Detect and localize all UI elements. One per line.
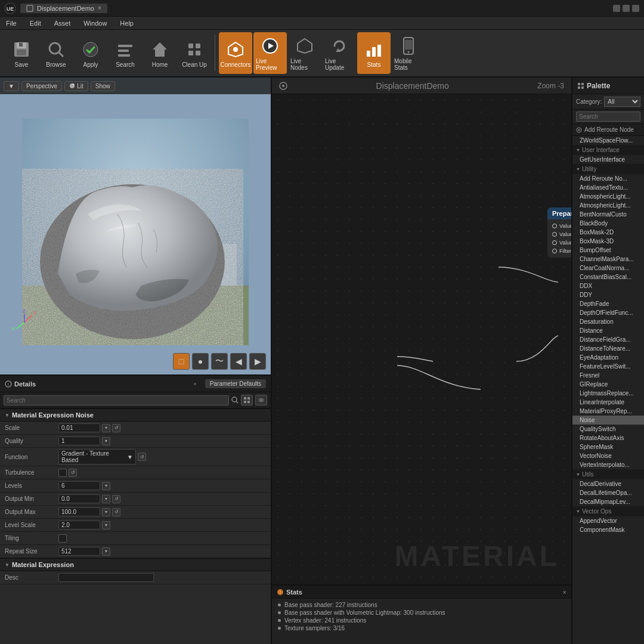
palette-item-desaturation[interactable]: Desaturation bbox=[572, 317, 644, 326]
palette-item-add-reroute[interactable]: Add Reroute No... bbox=[572, 174, 644, 183]
desc-input[interactable] bbox=[58, 573, 154, 582]
palette-item-distance[interactable]: Distance bbox=[572, 326, 644, 335]
palette-item-featurelevel[interactable]: FeatureLevelSwit... bbox=[572, 362, 644, 371]
quality-spin-button[interactable]: ▾ bbox=[102, 437, 110, 445]
tiling-checkbox[interactable] bbox=[58, 534, 67, 543]
palette-item-atm1[interactable]: AtmosphericLight... bbox=[572, 192, 644, 201]
turbulence-reset-button[interactable]: ↺ bbox=[69, 469, 77, 477]
scale-reset-button[interactable]: ↺ bbox=[112, 424, 120, 432]
material-expression-noise-section[interactable]: Material Expression Noise bbox=[0, 408, 271, 422]
function-reset-button[interactable]: ↺ bbox=[138, 453, 146, 461]
palette-item-distancefieldgra[interactable]: DistanceFieldGra... bbox=[572, 335, 644, 344]
palette-search-input[interactable] bbox=[576, 112, 640, 122]
palette-item-lightmass[interactable]: LightmassReplace... bbox=[572, 389, 644, 398]
toolbar-cleanup-button[interactable]: Clean Up bbox=[178, 32, 211, 74]
palette-item-depthoffield[interactable]: DepthOfFieldFunc... bbox=[572, 308, 644, 317]
details-grid-view-button[interactable] bbox=[241, 395, 253, 405]
palette-item-vertexinterp[interactable]: VertexInterpolato... bbox=[572, 460, 644, 469]
palette-category-select[interactable]: All bbox=[604, 97, 640, 107]
palette-item-atm2[interactable]: AtmosphericLight... bbox=[572, 201, 644, 210]
details-close-btn[interactable]: × bbox=[194, 381, 197, 387]
output-min-input[interactable] bbox=[58, 494, 100, 503]
palette-item-clearcoat[interactable]: ClearCoatNorma... bbox=[572, 264, 644, 273]
palette-item-decallifetime[interactable]: DecalLifetimeOpa... bbox=[572, 488, 644, 497]
toolbar-livenodes-button[interactable]: Live Nodes bbox=[288, 32, 321, 74]
level-scale-spin-button[interactable]: ▾ bbox=[102, 521, 110, 530]
menu-file[interactable]: File bbox=[4, 18, 19, 28]
palette-item-spheremask[interactable]: SphereMask bbox=[572, 442, 644, 451]
palette-item-rotateaboutaxis[interactable]: RotateAboutAxis bbox=[572, 434, 644, 442]
toolbar-apply-button[interactable]: Apply bbox=[74, 32, 107, 74]
toolbar-browse-button[interactable]: Browse bbox=[39, 32, 73, 74]
toolbar-connectors-button[interactable]: Connectors bbox=[219, 32, 252, 74]
menu-help[interactable]: Help bbox=[117, 18, 136, 28]
vp-btn-2[interactable]: ● bbox=[192, 353, 209, 370]
palette-item-fresnel[interactable]: Fresnel bbox=[572, 371, 644, 380]
levels-input[interactable] bbox=[58, 481, 100, 490]
maximize-button[interactable] bbox=[623, 5, 630, 12]
palette-item-eyeadaptation[interactable]: EyeAdaptation bbox=[572, 353, 644, 362]
tab-close-button[interactable]: × bbox=[98, 5, 101, 11]
level-scale-input[interactable] bbox=[58, 521, 100, 530]
details-search-input[interactable] bbox=[4, 395, 229, 405]
toolbar-save-button[interactable]: Save bbox=[5, 32, 38, 74]
palette-item-blackbody[interactable]: BlackBody bbox=[572, 219, 644, 228]
param-defaults-tab[interactable]: Parameter Defaults bbox=[205, 379, 266, 388]
title-tab[interactable]: DisplacementDemo × bbox=[20, 4, 107, 13]
palette-section-user-interface[interactable]: User Interface bbox=[572, 145, 644, 155]
palette-item-bumpoffset[interactable]: BumpOffset bbox=[572, 246, 644, 255]
palette-item-qualityswitch[interactable]: QualitySwitch bbox=[572, 425, 644, 434]
viewport[interactable]: ▼ Perspective Lit Show bbox=[0, 78, 271, 376]
palette-item-antialiased[interactable]: AntialiasedTextu... bbox=[572, 183, 644, 192]
turbulence-checkbox[interactable] bbox=[58, 469, 67, 477]
function-dropdown[interactable]: Gradient - Texture Based ▼ bbox=[58, 449, 136, 465]
details-eye-button[interactable] bbox=[255, 395, 267, 405]
palette-item-ddx[interactable]: DDX bbox=[572, 281, 644, 290]
quality-input[interactable] bbox=[58, 436, 100, 445]
stats-close-button[interactable]: × bbox=[563, 589, 566, 596]
node-canvas[interactable]: Color ▼ Param (0.5,0.5,0.5,0.5) bbox=[272, 94, 571, 584]
palette-item-materialproxy[interactable]: MaterialProxyRep... bbox=[572, 407, 644, 416]
palette-section-utility[interactable]: Utility bbox=[572, 164, 644, 174]
vp-btn-1[interactable]: □ bbox=[173, 353, 190, 370]
viewport-perspective-button[interactable]: Perspective bbox=[21, 81, 62, 91]
scale-input[interactable] bbox=[58, 423, 100, 432]
toolbar-search-button[interactable]: Search bbox=[109, 32, 142, 74]
viewport-mode-button[interactable]: ▼ bbox=[4, 81, 19, 91]
palette-item-depthfade[interactable]: DepthFade bbox=[572, 299, 644, 308]
vp-btn-4[interactable]: ◀ bbox=[230, 353, 247, 370]
viewport-show-button[interactable]: Show bbox=[91, 81, 115, 91]
output-min-reset-button[interactable]: ↺ bbox=[112, 495, 120, 503]
toolbar-livepreview-button[interactable]: Live Preview bbox=[253, 32, 287, 74]
palette-item-boxmask2d[interactable]: BoxMask-2D bbox=[572, 228, 644, 237]
palette-item-appendvector[interactable]: AppendVector bbox=[572, 516, 644, 525]
menu-window[interactable]: Window bbox=[81, 18, 109, 28]
vp-btn-5[interactable]: ▶ bbox=[249, 353, 266, 370]
palette-item-boxmask3d[interactable]: BoxMask-3D bbox=[572, 237, 644, 246]
material-expression-section[interactable]: Material Expression bbox=[0, 558, 271, 571]
palette-item-noise[interactable]: Noise bbox=[572, 416, 644, 425]
output-max-reset-button[interactable]: ↺ bbox=[112, 508, 120, 516]
palette-item-getuserinterface[interactable]: GetUserInterface bbox=[572, 155, 644, 164]
palette-item-ddy[interactable]: DDY bbox=[572, 290, 644, 299]
palette-item-bentnormal[interactable]: BentNormalCusto bbox=[572, 210, 644, 219]
viewport-lit-button[interactable]: Lit bbox=[64, 81, 88, 91]
palette-item-decalmipmap[interactable]: DecalMipmapLev... bbox=[572, 497, 644, 506]
toolbar-home-button[interactable]: Home bbox=[143, 32, 177, 74]
palette-item-channelmask[interactable]: ChannelMaskPara... bbox=[572, 255, 644, 264]
output-min-spin-button[interactable]: ▾ bbox=[102, 495, 110, 503]
palette-item-decalderivative[interactable]: DecalDerivative bbox=[572, 479, 644, 488]
menu-asset[interactable]: Asset bbox=[52, 18, 73, 28]
palette-item-vectornoise[interactable]: VectorNoise bbox=[572, 451, 644, 460]
toolbar-stats-button[interactable]: Stats bbox=[357, 32, 391, 74]
levels-spin-button[interactable]: ▾ bbox=[102, 482, 110, 490]
output-max-spin-button[interactable]: ▾ bbox=[102, 508, 110, 516]
vp-btn-3[interactable]: 〜 bbox=[211, 353, 228, 370]
palette-item-zworldspaceflow[interactable]: ZWorldSpaceFlow... bbox=[572, 136, 644, 145]
menu-edit[interactable]: Edit bbox=[27, 18, 44, 28]
palette-item-linearinterp[interactable]: LinearInterpolate bbox=[572, 398, 644, 407]
palette-item-distancetonearest[interactable]: DistanceToNeare... bbox=[572, 344, 644, 353]
palette-item-gireplace[interactable]: GIReplace bbox=[572, 380, 644, 389]
palette-section-utils[interactable]: Utils bbox=[572, 469, 644, 479]
close-button[interactable] bbox=[632, 5, 639, 12]
